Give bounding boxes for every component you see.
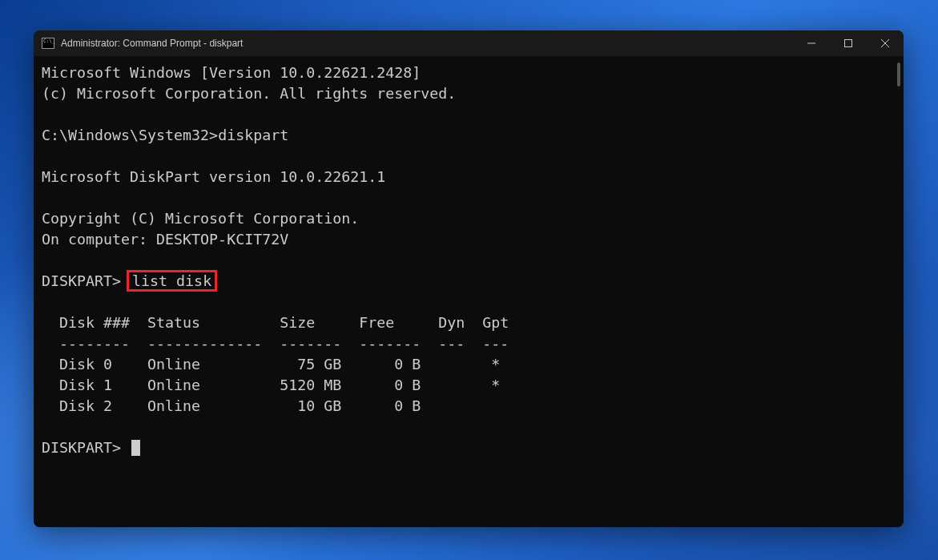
table-header: Disk ### Status Size Free Dyn Gpt [42,314,509,331]
minimize-button[interactable] [793,30,830,56]
titlebar[interactable]: Administrator: Command Prompt - diskpart [34,30,904,56]
diskpart-copyright-line: Copyright (C) Microsoft Corporation. [42,210,359,227]
command-prompt-window: Administrator: Command Prompt - diskpart… [34,30,904,527]
svg-rect-1 [845,40,852,47]
prompt-path: C:\Windows\System32> [42,127,218,143]
table-row: Disk 2 Online 10 GB 0 B [42,397,421,414]
terminal-output[interactable]: Microsoft Windows [Version 10.0.22621.24… [34,56,904,527]
os-copyright-line: (c) Microsoft Corporation. All rights re… [42,85,456,102]
scrollbar[interactable] [897,62,900,87]
prompt-command: diskpart [218,127,288,143]
diskpart-prompt: DISKPART> [42,272,121,289]
diskpart-version-line: Microsoft DiskPart version 10.0.22621.1 [42,168,385,185]
diskpart-prompt-final: DISKPART> [42,439,121,456]
table-row: Disk 0 Online 75 GB 0 B * [42,356,500,373]
table-separator: -------- ------------- ------- ------- -… [42,335,509,352]
window-controls [793,30,904,56]
table-row: Disk 1 Online 5120 MB 0 B * [42,377,500,393]
close-button[interactable] [867,30,904,56]
highlighted-command: list disk [127,270,217,292]
maximize-button[interactable] [830,30,867,56]
window-title: Administrator: Command Prompt - diskpart [61,38,243,49]
on-computer-line: On computer: DESKTOP-KCIT72V [42,231,288,248]
os-version-line: Microsoft Windows [Version 10.0.22621.24… [42,64,421,81]
cursor [131,440,140,456]
cmd-icon [42,38,54,49]
